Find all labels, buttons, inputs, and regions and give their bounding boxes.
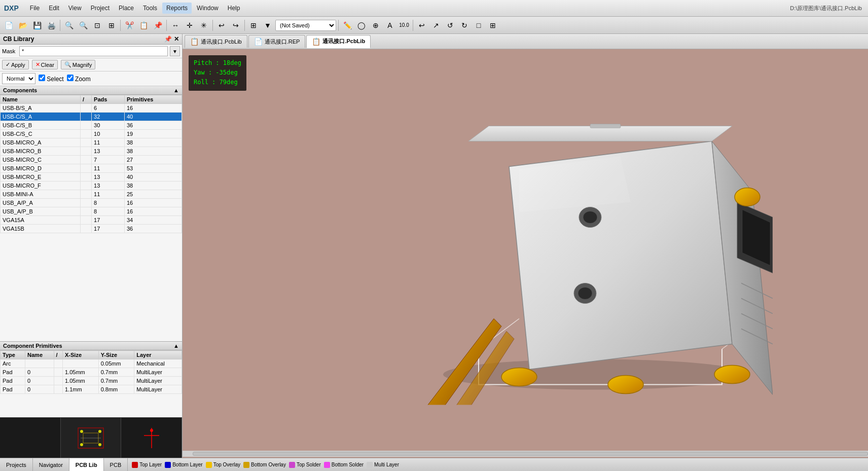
prim-type-3: Pad bbox=[1, 385, 25, 394]
prim-col-name[interactable]: Name bbox=[25, 351, 54, 359]
grid-arrow-btn[interactable]: ▼ bbox=[261, 19, 274, 32]
cross-btn[interactable]: ✛ bbox=[183, 19, 196, 32]
comp-row-4[interactable]: USB-MICRO_A 11 38 bbox=[1, 138, 182, 147]
comp-row-10[interactable]: USB-MINI-A 11 25 bbox=[1, 190, 182, 199]
zoom-checkbox[interactable] bbox=[67, 75, 74, 81]
print-btn[interactable]: 🖨️ bbox=[45, 19, 58, 32]
prim-row-1[interactable]: Pad 0 1.05mm 0.7mm MultiLayer bbox=[1, 368, 182, 377]
redo-btn[interactable]: ↪ bbox=[229, 19, 242, 32]
comp-row-8[interactable]: USB-MICRO_E 13 40 bbox=[1, 173, 182, 182]
menu-help[interactable]: Help bbox=[224, 3, 244, 14]
tab-bar: 📋 通讯接口.PcbLib 📄 通讯接口.REP 📋 通讯接口.PcbLib bbox=[183, 34, 868, 49]
comp-row-3[interactable]: USB-C/S_C 10 19 bbox=[1, 130, 182, 138]
grid2-btn[interactable]: ⊞ bbox=[486, 19, 499, 32]
select-checkbox[interactable] bbox=[39, 75, 45, 81]
comp-row-14[interactable]: VGA15B 17 36 bbox=[1, 225, 182, 233]
comp-row-0[interactable]: USB-B/S_A 6 16 bbox=[1, 104, 182, 113]
comp-row-11[interactable]: USB_A/P_A 8 16 bbox=[1, 199, 182, 207]
menu-view[interactable]: View bbox=[64, 3, 86, 14]
comp-scroll[interactable]: Name / Pads Primitives USB-B/S_A 6 16 US… bbox=[0, 95, 182, 341]
zoom-area-btn[interactable]: ⊞ bbox=[105, 19, 118, 32]
normal-select[interactable]: Normal bbox=[2, 73, 35, 84]
paste-btn[interactable]: 📌 bbox=[151, 19, 164, 32]
new-btn[interactable]: 📄 bbox=[2, 19, 15, 32]
col-primitives[interactable]: Primitives bbox=[124, 95, 182, 104]
comp-row-12[interactable]: USB_A/P_B 8 16 bbox=[1, 207, 182, 216]
curve2-btn[interactable]: ↺ bbox=[444, 19, 457, 32]
prim-col-slash[interactable]: / bbox=[54, 351, 62, 359]
comp-row-6[interactable]: USB-MICRO_C 7 27 bbox=[1, 156, 182, 164]
mask-input[interactable] bbox=[19, 46, 168, 56]
tab-1[interactable]: 📋 通讯接口.PcbLib bbox=[185, 35, 247, 48]
tab-2[interactable]: 📄 通讯接口.REP bbox=[248, 35, 306, 48]
apply-btn[interactable]: ✓ Apply bbox=[2, 60, 29, 69]
comp-row-9[interactable]: USB-MICRO_F 13 38 bbox=[1, 182, 182, 190]
comp-row-2[interactable]: USB-C/S_B 30 36 bbox=[1, 121, 182, 130]
save-btn[interactable]: 💾 bbox=[30, 19, 44, 32]
primitives-title: Component Primitives bbox=[3, 343, 62, 349]
comp-row-1[interactable]: USB-C/S_A 32 40 bbox=[1, 113, 182, 121]
prim-row-3[interactable]: Pad 0 1.1mm 0.8mm MultiLayer bbox=[1, 385, 182, 394]
magnify-btn[interactable]: 🔍 Magnify bbox=[61, 60, 96, 69]
primitives-collapse-icon[interactable]: ▲ bbox=[173, 343, 179, 349]
curve3-btn[interactable]: ↻ bbox=[458, 19, 471, 32]
prim-col-xsize[interactable]: X-Size bbox=[63, 351, 99, 359]
status-tab-projects[interactable]: Projects bbox=[0, 458, 33, 471]
zoom-out-btn[interactable]: 🔍 bbox=[77, 19, 90, 32]
num-btn[interactable]: 10.0 bbox=[397, 19, 411, 32]
col-pads[interactable]: Pads bbox=[92, 95, 125, 104]
status-tab-navigator[interactable]: Navigator bbox=[33, 458, 69, 471]
tab2-icon: 📄 bbox=[254, 38, 263, 46]
comp-slash-2 bbox=[80, 121, 91, 130]
pen-btn[interactable]: ✏️ bbox=[341, 19, 354, 32]
prim-row-2[interactable]: Pad 0 1.05mm 0.7mm MultiLayer bbox=[1, 377, 182, 385]
text-btn[interactable]: A bbox=[383, 19, 396, 32]
prim-col-layer[interactable]: Layer bbox=[134, 351, 182, 359]
curve1-btn[interactable]: ↗ bbox=[429, 19, 443, 32]
copy-btn[interactable]: 📋 bbox=[137, 19, 150, 32]
menu-reports[interactable]: Reports bbox=[162, 3, 192, 14]
tab-3[interactable]: 📋 通讯接口.PcbLib bbox=[306, 35, 371, 48]
thumb-pcb[interactable] bbox=[61, 418, 122, 458]
comp-row-7[interactable]: USB-MICRO_D 11 53 bbox=[1, 164, 182, 173]
move-btn[interactable]: ↔ bbox=[169, 19, 182, 32]
circle-btn[interactable]: ◯ bbox=[355, 19, 368, 32]
star-btn[interactable]: ✳ bbox=[197, 19, 210, 32]
menu-place[interactable]: Place bbox=[115, 3, 138, 14]
undo-btn[interactable]: ↩ bbox=[215, 19, 228, 32]
menu-window[interactable]: Window bbox=[193, 3, 223, 14]
grid-btn[interactable]: ⊞ bbox=[247, 19, 260, 32]
prim-type-1: Pad bbox=[1, 368, 25, 377]
canvas-3d[interactable]: Pitch : 18deg Yaw : -35deg Roll : 79deg bbox=[183, 49, 868, 458]
col-slash[interactable]: / bbox=[80, 95, 91, 104]
close-icon[interactable]: ✕ bbox=[174, 35, 179, 43]
menu-project[interactable]: Project bbox=[87, 3, 114, 14]
components-collapse-icon[interactable]: ▲ bbox=[173, 87, 179, 93]
menu-tools[interactable]: Tools bbox=[139, 3, 161, 14]
menu-file[interactable]: File bbox=[26, 3, 44, 14]
prim-row-0[interactable]: Arc 0.05mm Mechanical bbox=[1, 359, 182, 368]
cut-btn[interactable]: ✂️ bbox=[123, 19, 136, 32]
saved-dropdown[interactable]: (Not Saved) bbox=[275, 20, 336, 31]
comp-primitives-12: 16 bbox=[124, 207, 182, 216]
status-tab-pcblib[interactable]: PCB Lib bbox=[69, 458, 104, 471]
comp-pads-13: 17 bbox=[92, 216, 125, 225]
status-tab-pcb[interactable]: PCB bbox=[104, 458, 128, 471]
col-name[interactable]: Name bbox=[1, 95, 81, 104]
mask-dropdown[interactable]: ▼ bbox=[170, 46, 180, 56]
h-scrollbar[interactable] bbox=[183, 451, 868, 457]
zoom-in-btn[interactable]: 🔍 bbox=[62, 19, 76, 32]
square-btn[interactable]: □ bbox=[472, 19, 485, 32]
undo2-btn[interactable]: ↩ bbox=[415, 19, 428, 32]
open-btn[interactable]: 📂 bbox=[16, 19, 29, 32]
clear-btn[interactable]: ✕ Clear bbox=[32, 60, 58, 69]
menu-edit[interactable]: Edit bbox=[45, 3, 63, 14]
cursor-btn[interactable]: ⊕ bbox=[369, 19, 382, 32]
prim-col-type[interactable]: Type bbox=[1, 351, 25, 359]
comp-row-5[interactable]: USB-MICRO_B 13 38 bbox=[1, 147, 182, 156]
zoom-fit-btn[interactable]: ⊡ bbox=[91, 19, 104, 32]
pin-icon[interactable]: 📌 bbox=[164, 35, 172, 43]
comp-row-13[interactable]: VGA15A 17 34 bbox=[1, 216, 182, 225]
prim-scroll[interactable]: Type Name / X-Size Y-Size Layer Arc 0.05… bbox=[0, 350, 182, 417]
prim-col-ysize[interactable]: Y-Size bbox=[98, 351, 134, 359]
